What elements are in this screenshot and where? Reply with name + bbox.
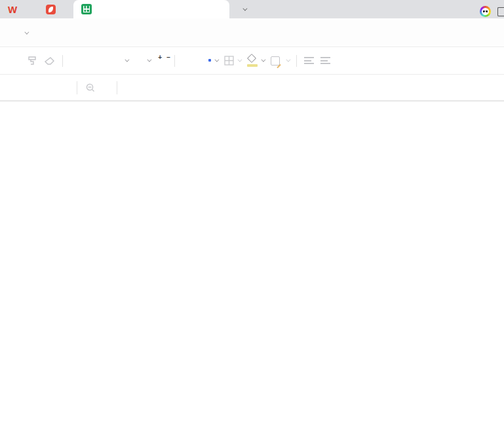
window-tab-bar: W	[0, 0, 504, 18]
undo-button[interactable]	[10, 52, 17, 70]
borders-button[interactable]	[221, 52, 244, 70]
format-eraser-icon[interactable]	[41, 52, 58, 70]
ai-assistant-avatar[interactable]	[480, 6, 491, 17]
wps-spreadsheet-window: W	[0, 0, 504, 435]
chevron-down-icon	[286, 58, 290, 62]
tabbar-right-controls	[480, 6, 504, 18]
formula-bar-divider	[117, 81, 117, 94]
chevron-down-icon	[237, 58, 242, 62]
search-icon[interactable]	[77, 83, 104, 93]
chevron-down-icon	[214, 58, 219, 62]
cell-style-button[interactable]	[267, 52, 292, 70]
bold-button[interactable]	[179, 52, 185, 70]
align-left-button[interactable]	[301, 52, 317, 70]
font-name-select[interactable]	[67, 52, 131, 70]
chevron-down-icon	[243, 6, 248, 10]
document-header	[7, 18, 28, 47]
spreadsheet-grid	[0, 102, 504, 435]
menu-bar	[0, 18, 504, 47]
font-size-select[interactable]	[131, 52, 153, 70]
tab-list-dropdown[interactable]	[240, 0, 248, 18]
style-swatch-icon	[271, 56, 280, 66]
italic-button[interactable]	[185, 52, 192, 70]
toolbar-divider	[62, 55, 63, 67]
align-lines-icon	[304, 57, 314, 64]
formula-bar	[0, 75, 504, 102]
font-color-button[interactable]	[205, 52, 221, 70]
align-lines-icon	[320, 57, 330, 64]
fill-bucket-icon	[247, 55, 258, 67]
wps-logo-icon: W	[8, 4, 16, 15]
docer-icon	[46, 5, 56, 14]
tab-docer-ai-templates[interactable]	[38, 0, 68, 18]
increase-font-size-button[interactable]: +	[153, 52, 162, 70]
redo-button[interactable]	[17, 52, 24, 70]
side-panel-icon[interactable]	[497, 7, 504, 16]
spreadsheet-icon	[81, 4, 92, 14]
chevron-down-icon	[147, 58, 151, 62]
decrease-font-size-button[interactable]: −	[162, 52, 170, 70]
chevron-down-icon	[261, 58, 265, 62]
tab-wps-office[interactable]: W	[0, 0, 29, 18]
title-dropdown-icon[interactable]	[24, 29, 29, 34]
avatar-eyes	[483, 10, 488, 12]
underline-button[interactable]	[192, 52, 199, 70]
formatting-toolbar: + −	[0, 47, 504, 75]
tab-sports-recommendation[interactable]	[73, 0, 229, 18]
chevron-down-icon	[125, 58, 129, 62]
toolbar-divider	[296, 55, 297, 67]
fill-color-button[interactable]	[244, 52, 267, 70]
strikethrough-button[interactable]	[199, 52, 205, 70]
align-center-button[interactable]	[317, 52, 334, 70]
toolbar-divider	[174, 55, 175, 67]
format-painter-icon[interactable]	[24, 52, 41, 70]
